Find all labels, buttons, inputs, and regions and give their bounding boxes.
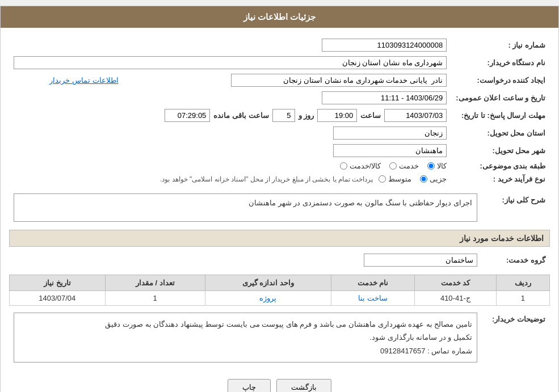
col-qty: تعداد / مقدار [105,275,205,291]
description-table: شرح کلی نیاز: اجرای دیوار حفاظتی با سنگ … [9,191,550,224]
buyer-notes-label: توضیحات خریدار: [482,310,550,365]
city-cell [9,142,451,159]
announce-date-label: تاریخ و ساعت اعلان عمومی: [451,89,550,107]
province-cell [9,124,451,142]
buyer-org-row: نام دستگاه خریدار: [9,54,550,71]
announce-date-row: تاریخ و ساعت اعلان عمومی: [9,89,550,107]
buyer-notes-phone-label: شماره تماس : [427,347,472,355]
col-code: کد خدمت [415,275,496,291]
buyer-org-cell [9,54,451,71]
buyer-notes-phone: 09128417657 [380,347,426,355]
description-row: شرح کلی نیاز: اجرای دیوار حفاظتی با سنگ … [9,191,550,224]
purchase-motavasset-label: متوسط [388,175,411,183]
buyer-notes-table: توضیحات خریدار: تامین مصالح به عهده شهرد… [9,310,550,365]
creator-input[interactable] [231,74,447,87]
buyer-notes-line1: تامین مصالح به عهده شهرداری ماهنشان می ب… [105,320,472,328]
buyer-org-input[interactable] [14,56,447,69]
purchase-type-note: پرداخت تمام یا بخشی از مبلغ خریدار از مح… [160,175,373,183]
deadline-days-label: روز و [299,111,314,120]
city-input[interactable] [333,144,447,157]
purchase-type-label: نوع فرآیند خرید : [451,172,550,186]
service-group-input[interactable] [364,254,477,267]
cell-unit: پروژه [205,291,331,306]
city-row: شهر محل تحویل: [9,142,550,159]
description-content: اجرای دیوار حفاظتی با سنگ مالون به صورت … [14,193,477,222]
table-row: 1 ج-41-410 ساخت بنا پروژه 1 1403/07/04 [10,291,550,306]
contact-link[interactable]: اطلاعات تماس خریدار [49,76,118,85]
service-group-row: گروه خدمت: [9,251,550,269]
purchase-type-jozii[interactable]: جزیی [420,175,447,183]
need-number-cell [144,36,451,54]
col-unit: واحد اندازه گیری [205,275,331,291]
creator-cell [123,71,452,89]
service-group-cell [9,251,482,269]
creator-row: ایجاد کننده درخواست: اطلاعات تماس خریدار [9,71,550,89]
description-label: شرح کلی نیاز: [482,191,550,224]
purchase-type-cell: جزیی متوسط پرداخت تمام یا بخشی از مبلغ خ… [9,172,451,186]
cell-date: 1403/07/04 [10,291,106,306]
deadline-cell: ساعت روز و ساعت باقی مانده [9,107,451,124]
page-header: جزئیات اطلاعات نیاز [1,6,558,28]
col-date: تاریخ نیاز [10,275,106,291]
service-group-table: گروه خدمت: [9,251,550,269]
announce-date-input[interactable] [322,91,447,104]
deadline-row: مهلت ارسال پاسخ: تا تاریخ: ساعت روز و سا… [9,107,550,124]
deadline-remaining-label: ساعت باقی مانده [213,111,268,120]
col-name: نام خدمت [331,275,415,291]
category-cell: کالا خدمت کالا/خدمت [9,159,451,172]
province-input[interactable] [333,127,447,140]
services-section-header: اطلاعات خدمات مورد نیاز [9,230,550,247]
details-table: شماره نیاز : نام دستگاه خریدار: ایجاد کن… [9,36,550,186]
cell-row: 1 [496,291,549,306]
category-kala-label: کالا [437,162,447,170]
buyer-notes-line2: تکمیل و در سامانه بارگذاری شود. [369,333,472,342]
buyer-notes-cell: تامین مصالح به عهده شهرداری ماهنشان می ب… [9,310,482,365]
province-row: استان محل تحویل: [9,124,550,142]
deadline-time-input[interactable] [317,109,357,122]
province-label: استان محل تحویل: [451,124,550,142]
deadline-days-input[interactable] [272,109,295,122]
category-option-kala-khedmat[interactable]: کالا/خدمت [340,162,381,170]
page-title: جزئیات اطلاعات نیاز [243,12,316,22]
deadline-remaining-input[interactable] [165,109,210,122]
service-group-label: گروه خدمت: [482,251,550,269]
deadline-label: مهلت ارسال پاسخ: تا تاریخ: [451,107,550,124]
category-label: طبقه بندی موضوعی: [451,159,550,172]
description-cell: اجرای دیوار حفاظتی با سنگ مالون به صورت … [9,191,482,224]
category-row: طبقه بندی موضوعی: کالا خدمت کالا/خدمت [9,159,550,172]
need-number-label: شماره نیاز : [451,36,550,54]
city-label: شهر محل تحویل: [451,142,550,159]
need-number-input[interactable] [322,39,447,52]
buyer-notes-content: تامین مصالح به عهده شهرداری ماهنشان می ب… [14,313,477,363]
purchase-jozii-label: جزیی [430,175,447,183]
category-option-khedmat[interactable]: خدمت [389,162,419,170]
purchase-jozii-radio[interactable] [420,175,427,183]
buyer-org-label: نام دستگاه خریدار: [451,54,550,71]
button-bar: بازگشت چاپ [9,370,550,392]
category-option-kala[interactable]: کالا [427,162,447,170]
category-kala-radio[interactable] [427,162,435,170]
back-button[interactable]: بازگشت [276,379,331,392]
cell-name: ساخت بنا [331,291,415,306]
purchase-motavasset-radio[interactable] [379,175,386,183]
purchase-type-motavasset[interactable]: متوسط [379,175,411,183]
deadline-date-input[interactable] [384,109,447,122]
category-khedmat-label: خدمت [399,162,419,170]
content-area: شماره نیاز : نام دستگاه خریدار: ایجاد کن… [1,28,558,392]
category-kala-khedmat-label: کالا/خدمت [350,162,381,170]
cell-code: ج-41-410 [415,291,496,306]
category-khedmat-radio[interactable] [389,162,397,170]
creator-label: ایجاد کننده درخواست: [451,71,550,89]
buyer-notes-row: توضیحات خریدار: تامین مصالح به عهده شهرد… [9,310,550,365]
need-number-row: شماره نیاز : [9,36,550,54]
announce-date-cell [9,89,451,107]
print-button[interactable]: چاپ [228,379,271,392]
category-kala-khedmat-radio[interactable] [340,162,347,170]
page-container: جزئیات اطلاعات نیاز شماره نیاز : نام دست… [0,6,559,392]
service-items-table: ردیف کد خدمت نام خدمت واحد اندازه گیری ت… [9,275,550,306]
purchase-type-row: نوع فرآیند خرید : جزیی متوسط [9,172,550,186]
col-row: ردیف [496,275,549,291]
cell-qty: 1 [105,291,205,306]
service-table-header-row: ردیف کد خدمت نام خدمت واحد اندازه گیری ت… [10,275,550,291]
deadline-time-label: ساعت [360,111,381,120]
